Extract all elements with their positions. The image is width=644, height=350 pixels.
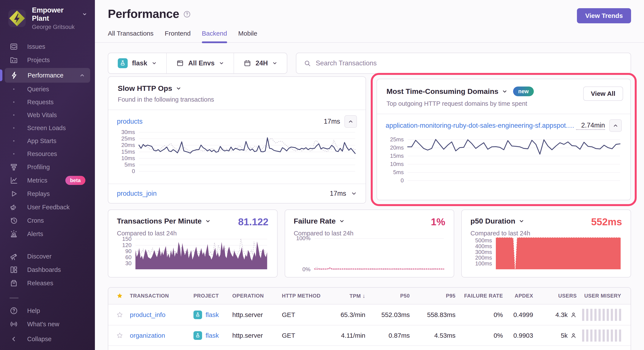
transaction-link[interactable]: organization [130, 332, 165, 339]
sidebar-item-user-feedback[interactable]: User Feedback [0, 200, 95, 214]
sidebar: Empower Plant George Gritsouk Issues Pro… [0, 0, 95, 350]
time-spent-value[interactable]: 2.74min [576, 122, 605, 130]
col-user-misery[interactable]: USER MISERY [577, 293, 631, 299]
sidebar-item-dashboards[interactable]: Dashboards [0, 263, 95, 276]
col-operation[interactable]: OPERATION [232, 293, 282, 299]
star-toggle-icon[interactable] [116, 311, 123, 318]
chevron-up-icon [348, 119, 354, 124]
annotation-highlight: Most Time-Consuming Domains new Top outg… [371, 73, 637, 206]
col-p50[interactable]: P50 [365, 293, 410, 299]
project-filter-dropdown[interactable]: flask [108, 53, 166, 73]
chevron-down-icon[interactable] [205, 218, 211, 224]
col-failure-rate[interactable]: FAILURE RATE [456, 293, 503, 299]
page-filter-group: flask All Envs 24H [108, 53, 287, 74]
help-icon [10, 306, 18, 315]
project-cell[interactable]: flask [194, 331, 232, 340]
tab-backend[interactable]: Backend [202, 30, 227, 42]
tab-mobile[interactable]: Mobile [238, 30, 257, 42]
chevron-down-icon[interactable] [176, 86, 182, 91]
sidebar-item-alerts[interactable]: Alerts [0, 227, 95, 241]
table-row: product_info flask http.server GET 65.3/… [108, 304, 631, 325]
divider [10, 297, 18, 298]
expand-row-chevron-down-icon[interactable] [351, 191, 357, 197]
transaction-link-products-join[interactable]: products_join [117, 190, 156, 197]
flask-project-icon [118, 58, 128, 68]
transactions-per-minute-card: Transactions Per Minute 81.122 Compared … [108, 210, 278, 277]
http-method-cell: GET [282, 332, 324, 339]
tpm-value: 81.122 [234, 217, 268, 227]
users-cell: 5k [533, 332, 577, 339]
search-bar [296, 53, 631, 74]
new-badge: new [513, 87, 534, 96]
sidebar-item-releases[interactable]: Releases [0, 276, 95, 290]
failure-rate-value: 1% [426, 217, 445, 227]
p50-cell: 552.03ms [365, 311, 410, 318]
transaction-link[interactable]: product_info [130, 311, 166, 318]
sidebar-item-projects[interactable]: Projects [0, 53, 95, 67]
card-title: Most Time-Consuming Domains [386, 87, 498, 96]
tab-all-transactions[interactable]: All Transactions [108, 30, 154, 42]
chevron-down-icon[interactable] [339, 218, 345, 224]
star-toggle-icon[interactable] [116, 332, 123, 339]
collapse-row-button[interactable] [344, 115, 357, 128]
operation-cell: http.server [232, 311, 282, 318]
sidebar-item-whats-new[interactable]: What's new [0, 317, 95, 331]
bullet-icon [13, 140, 14, 142]
org-name: Empower Plant [32, 6, 80, 23]
org-switcher[interactable]: Empower Plant George Gritsouk [0, 6, 95, 31]
col-http-method[interactable]: HTTP METHOD [282, 293, 324, 299]
transaction-link-products[interactable]: products [117, 118, 142, 125]
active-indicator [0, 70, 2, 81]
sidebar-item-replays[interactable]: Replays [0, 187, 95, 200]
col-apdex[interactable]: APDEX [503, 293, 533, 299]
chevron-down-icon [152, 61, 157, 66]
chevron-down-icon[interactable] [502, 89, 508, 94]
sidebar-item-requests[interactable]: Requests [0, 96, 95, 109]
col-tpm-sorted[interactable]: TPM ↓ [324, 293, 365, 299]
clock-history-icon [10, 216, 18, 225]
col-transaction[interactable]: TRANSACTION [130, 293, 194, 299]
view-all-button[interactable]: View All [583, 87, 623, 101]
collapse-row-button[interactable] [609, 119, 622, 132]
bullet-icon [13, 114, 14, 116]
duration-value: 17ms [324, 190, 346, 197]
sidebar-item-web-vitals[interactable]: Web Vitals [0, 109, 95, 122]
sidebar-item-label: Issues [27, 43, 45, 50]
chevron-down-icon[interactable] [519, 218, 524, 224]
slow-http-ops-chart: 30ms25ms20ms15ms10ms5ms0 [117, 132, 356, 171]
sidebar-item-resources[interactable]: Resources [0, 147, 95, 160]
date-range-filter-dropdown[interactable]: 24H [234, 53, 287, 73]
user-misery-bars [577, 309, 631, 321]
view-trends-button[interactable]: View Trends [577, 8, 631, 23]
search-input[interactable] [316, 59, 623, 67]
sidebar-item-profiling[interactable]: Profiling [0, 160, 95, 174]
col-users[interactable]: USERS [533, 293, 577, 299]
sidebar-item-issues[interactable]: Issues [0, 40, 95, 53]
sidebar-item-queries[interactable]: Queries [0, 83, 95, 96]
tab-frontend[interactable]: Frontend [165, 30, 191, 42]
sidebar-item-crons[interactable]: Crons [0, 214, 95, 227]
card-subtitle: Compared to last 24h [294, 230, 445, 237]
environment-filter-dropdown[interactable]: All Envs [166, 53, 234, 73]
project-cell[interactable]: flask [194, 310, 232, 319]
dashboards-icon [10, 265, 18, 274]
p95-cell: 558.83ms [410, 311, 456, 318]
col-project[interactable]: PROJECT [194, 293, 232, 299]
sidebar-item-performance[interactable]: Performance [5, 68, 90, 83]
sidebar-nav: Issues Projects Performance Queries Requ… [0, 40, 95, 346]
starred-column-icon[interactable] [116, 292, 123, 299]
sidebar-collapse-button[interactable]: Collapse [0, 332, 95, 346]
sidebar-item-metrics[interactable]: Metrics beta [0, 174, 95, 187]
calendar-icon [244, 59, 251, 67]
sidebar-item-discover[interactable]: Discover [0, 250, 95, 263]
col-p95[interactable]: P95 [410, 293, 456, 299]
chevron-down-icon [219, 61, 224, 66]
domain-link[interactable]: application-monitoring-ruby-dot-sales-en… [386, 122, 576, 130]
flask-project-icon [194, 310, 202, 319]
releases-icon [10, 279, 18, 287]
sidebar-item-screen-loads[interactable]: Screen Loads [0, 122, 95, 134]
user-misery-bars [577, 329, 631, 341]
sidebar-item-app-starts[interactable]: App Starts [0, 134, 95, 147]
page-help-icon[interactable] [183, 10, 191, 18]
sidebar-item-help[interactable]: Help [0, 304, 95, 317]
